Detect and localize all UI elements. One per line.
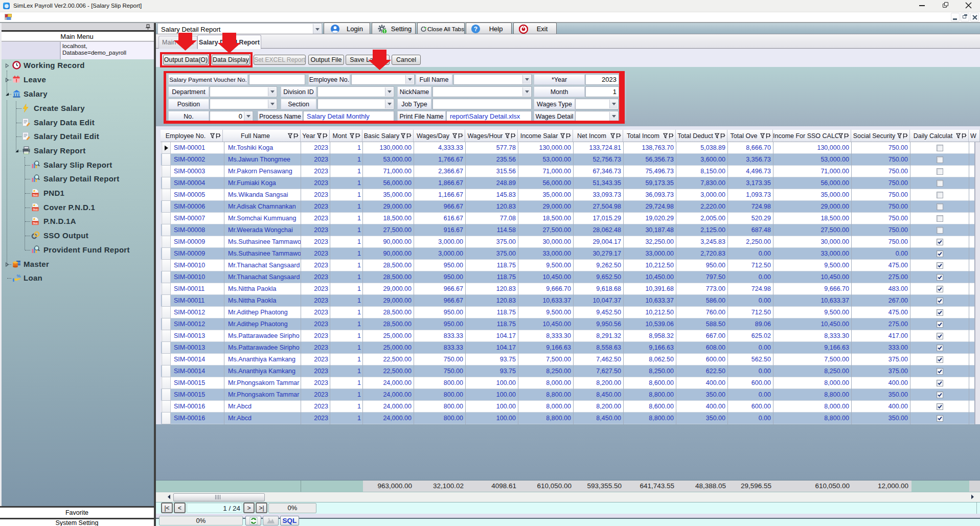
svg-text:%: % <box>17 273 21 279</box>
svg-text:?: ? <box>474 26 477 33</box>
svg-text:TAX: TAX <box>33 194 38 197</box>
svg-text:TAX: TAX <box>33 208 38 211</box>
svg-text:TAX: TAX <box>33 222 38 225</box>
